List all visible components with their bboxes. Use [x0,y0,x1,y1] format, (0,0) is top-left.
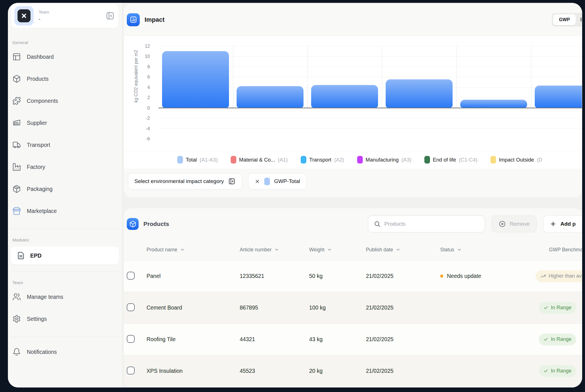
sidebar-item-marketplace[interactable]: Marketplace [8,200,122,222]
product-name: XPS Insulation [147,368,240,374]
impact-panel: Impact GWP E kg CO2 equivalent per m2 12… [123,3,582,198]
sidebar-item-components[interactable]: Components [8,90,122,112]
table-row[interactable]: Roofing Tile 44321 43 kg 21/02/2025 In R… [124,323,582,355]
check-icon [543,369,548,373]
impact-title: Impact [145,16,165,23]
trending-up-icon [540,273,546,279]
column-header-status[interactable]: Status [440,247,519,253]
legend-item-transport[interactable]: Transport(A2) [301,156,344,164]
chart-bar[interactable] [535,86,582,108]
close-icon[interactable] [255,179,260,184]
column-header-publish-date[interactable]: Publish date [366,247,440,253]
article-number: 44321 [240,336,309,343]
y-tick-label: 4 [147,84,150,90]
sidebar-item-epd[interactable]: EPD [11,247,119,265]
row-checkbox[interactable] [127,335,135,343]
benchmark-badge-in-range: In Range [539,365,576,377]
search-input[interactable] [384,221,479,227]
column-header-gwp-benchmark: GWP Benchmark [519,247,582,253]
table-row[interactable]: XPS Insulation 45523 20 kg 21/02/2025 In… [124,355,582,387]
bell-icon [12,348,21,356]
sidebar-item-notifications[interactable]: Notifications [8,341,122,363]
main-content: Impact GWP E kg CO2 equivalent per m2 12… [122,3,582,387]
category-separator [382,46,382,108]
publish-date: 21/02/2025 [366,304,440,311]
chevron-down-icon [327,247,332,252]
sidebar-item-label: Components [27,98,58,104]
select-impact-category-button[interactable]: Select environmental impact category [128,173,242,190]
column-header-weight[interactable]: Weight [309,247,366,253]
y-tick-label: 12 [145,43,150,49]
legend-item-material[interactable]: Material & Co...(A1) [231,156,288,164]
sidebar-item-label: Marketplace [27,208,57,214]
category-separator [457,46,457,108]
table-row[interactable]: Panel 12335621 50 kg 21/02/2025 Needs up… [124,260,582,292]
impact-chart-icon [127,13,140,26]
products-panel: Products Remove Add p [123,208,582,387]
chevron-down-icon [180,247,185,252]
legend-item-total[interactable]: Total(A1-A3) [177,156,218,164]
table-row[interactable]: Cement Board 867895 100 kg 21/02/2025 In… [124,292,582,323]
product-name: Roofing Tile [147,336,240,343]
sidebar-item-label: Supplier [27,120,47,126]
legend-item-manufacturing[interactable]: Manufacturing(A3) [357,156,411,164]
impact-metric-toggle: GWP E [552,13,582,27]
plus-icon [550,221,556,227]
sidebar-item-packaging[interactable]: Packaging [8,178,122,200]
sidebar-item-dashboard[interactable]: Dashboard [8,46,122,68]
sidebar-item-label: Products [27,76,49,82]
team-meta: Team - [39,10,49,22]
users-icon [12,293,21,301]
sidebar-divider [11,337,119,337]
article-number: 45523 [240,368,309,374]
table-header: Product name Article number Weight Publi… [124,239,582,260]
legend-swatch [490,156,496,164]
chart-bar[interactable] [237,86,304,108]
gwp-total-filter-chip[interactable]: GWP-Total [248,173,307,190]
team-label: Team [39,10,49,14]
sidebar-item-supplier[interactable]: Supplier [8,112,122,134]
circle-x-icon [499,220,506,228]
truck-icon [12,141,21,149]
column-header-article-number[interactable]: Article number [240,247,309,253]
weight: 43 kg [309,336,366,343]
legend-item-end-of-life[interactable]: End of life(C1-C4) [424,156,477,164]
sidebar-item-transport[interactable]: Transport [8,134,122,156]
row-checkbox[interactable] [127,272,135,280]
article-number: 867895 [240,304,309,311]
sidebar-item-manage-teams[interactable]: Manage teams [8,286,122,308]
column-header-product-name[interactable]: Product name [147,247,240,253]
sidebar-item-settings[interactable]: Settings [8,308,122,330]
chart-bar[interactable] [460,100,527,108]
cube-icon [12,75,21,83]
search-icon [374,221,381,227]
sidebar-item-products[interactable]: Products [8,68,122,90]
category-separator [233,46,233,108]
weight: 100 kg [309,304,366,311]
sidebar-item-label: Packaging [27,186,53,192]
toggle-next-button[interactable]: E [576,14,582,25]
package-icon [12,185,21,193]
row-checkbox[interactable] [127,303,135,311]
add-product-button[interactable]: Add p [543,215,582,232]
check-icon [543,337,548,342]
benchmark-cell: In Range [519,302,582,314]
toggle-gwp-button[interactable]: GWP [553,14,576,25]
chart-bar[interactable] [311,85,378,108]
sidebar-item-label: Notifications [27,349,57,355]
team-switcher[interactable]: Team - [11,3,119,28]
status-dot [440,275,443,278]
sidebar-collapse-icon[interactable] [106,11,115,20]
sidebar-item-factory[interactable]: Factory [8,156,122,178]
section-label-modules: Modules [12,238,122,243]
legend-item-impact-outside[interactable]: Impact Outside(D [490,156,542,164]
factory-icon [12,163,21,171]
row-checkbox[interactable] [127,367,135,374]
chart-bar[interactable] [162,51,229,108]
products-search[interactable] [368,215,485,232]
panel-open-icon [228,178,235,185]
chart-bar[interactable] [386,79,453,108]
sidebar-item-label: EPD [30,252,42,259]
benchmark-cell: In Range [519,365,582,377]
remove-button[interactable]: Remove [492,215,537,232]
